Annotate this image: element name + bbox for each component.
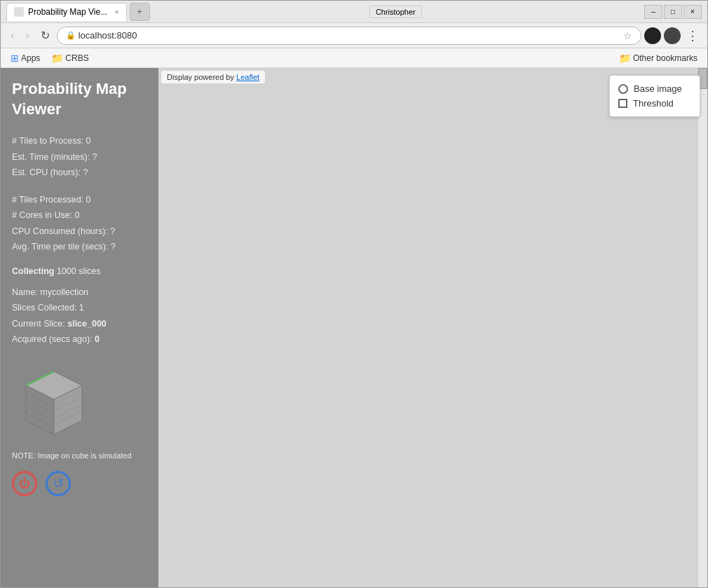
window-controls: – □ × <box>644 5 702 19</box>
map-area[interactable]: Display powered by Leaflet Base image Th… <box>158 68 707 587</box>
maximize-button[interactable]: □ <box>664 5 682 19</box>
extension-icons <box>644 27 681 44</box>
nav-bar: ‹ › ↻ 🔒 localhost:8080 ☆ ⋮ <box>1 23 707 48</box>
back-button[interactable]: ‹ <box>6 28 18 43</box>
base-image-layer[interactable]: Base image <box>618 81 691 96</box>
apps-label: Apps <box>21 53 40 63</box>
bookmarks-bar: ⊞ Apps 📁 CRBS 📁 Other bookmarks <box>1 48 707 68</box>
cube-visualization <box>12 364 96 449</box>
threshold-label: Threshold <box>633 98 674 109</box>
tab-title: Probability Map Vie... <box>28 7 107 17</box>
address-bar[interactable]: 🔒 localhost:8080 ☆ <box>57 27 641 45</box>
refresh-icon: ↺ <box>53 477 64 490</box>
cpu-consumed: CPU Consumed (hours): ? <box>12 224 147 240</box>
tab-close-button[interactable]: × <box>114 8 118 16</box>
bookmark-other[interactable]: 📁 Other bookmarks <box>615 51 702 65</box>
avg-time: Avg. Time per tile (secs): ? <box>12 239 147 255</box>
cube-container: NOTE: Image on cube is simulated <box>12 364 147 460</box>
control-buttons: ⏻ ↺ <box>12 471 147 496</box>
power-button[interactable]: ⏻ <box>12 471 37 496</box>
leaflet-attribution: Display powered by Leaflet <box>161 71 265 83</box>
sidebar: Probability Map Viewer # Tiles to Proces… <box>1 68 158 587</box>
other-folder-icon: 📁 <box>619 53 631 64</box>
processing-stats-section: # Tiles Processed: 0 # Cores in Use: 0 C… <box>12 192 147 255</box>
cube-note: NOTE: Image on cube is simulated <box>12 451 132 460</box>
tiles-to-process: # Tiles to Process: 0 <box>12 133 147 149</box>
extension-icon-1[interactable] <box>644 27 661 44</box>
slice-info: Name: mycollection Slices Collected: 1 C… <box>12 285 147 348</box>
title-bar: Probability Map Vie... × + Christopher –… <box>1 1 707 23</box>
base-image-radio[interactable] <box>618 84 628 94</box>
extension-icon-2[interactable] <box>664 27 681 44</box>
user-label: Christopher <box>369 6 422 18</box>
close-button[interactable]: × <box>683 5 702 19</box>
content-area: Probability Map Viewer # Tiles to Proces… <box>1 68 707 587</box>
threshold-checkbox[interactable] <box>618 99 627 108</box>
active-tab[interactable]: Probability Map Vie... × <box>6 3 127 21</box>
attribution-text: Display powered by <box>167 73 234 81</box>
forward-button[interactable]: › <box>21 28 33 43</box>
leaflet-link[interactable]: Leaflet <box>236 73 259 81</box>
tab-favicon <box>14 7 24 17</box>
crbs-folder-icon: 📁 <box>51 53 63 64</box>
reload-button[interactable]: ↻ <box>36 27 54 43</box>
page-title: Probability Map Viewer <box>12 79 147 119</box>
map-scrollbar[interactable] <box>697 68 707 587</box>
stats-section: # Tiles to Process: 0 Est. Time (minutes… <box>12 133 147 181</box>
browser-menu-button[interactable]: ⋮ <box>683 27 702 45</box>
cores-in-use: # Cores in Use: 0 <box>12 207 147 224</box>
apps-grid-icon: ⊞ <box>11 53 19 64</box>
collecting-line: Collecting 1000 slices <box>12 266 147 276</box>
est-cpu: Est. CPU (hours): ? <box>12 165 147 181</box>
base-image-label: Base image <box>634 83 682 94</box>
url-text: localhost:8080 <box>79 30 137 41</box>
tiles-processed: # Tiles Processed: 0 <box>12 192 147 208</box>
est-time: Est. Time (minutes): ? <box>12 149 147 165</box>
power-icon: ⏻ <box>19 478 30 489</box>
new-tab-button[interactable]: + <box>130 3 150 21</box>
layer-control: Base image Threshold <box>609 75 700 117</box>
lock-icon: 🔒 <box>66 31 76 40</box>
bookmark-apps[interactable]: ⊞ Apps <box>6 51 44 65</box>
bookmark-crbs[interactable]: 📁 CRBS <box>47 51 93 65</box>
browser-window: Probability Map Vie... × + Christopher –… <box>0 0 708 588</box>
threshold-layer[interactable]: Threshold <box>618 96 691 111</box>
other-bookmarks-label: Other bookmarks <box>633 53 697 63</box>
minimize-button[interactable]: – <box>644 5 662 19</box>
refresh-button[interactable]: ↺ <box>46 471 71 496</box>
bookmark-star-icon[interactable]: ☆ <box>623 30 632 41</box>
crbs-label: CRBS <box>65 53 88 63</box>
